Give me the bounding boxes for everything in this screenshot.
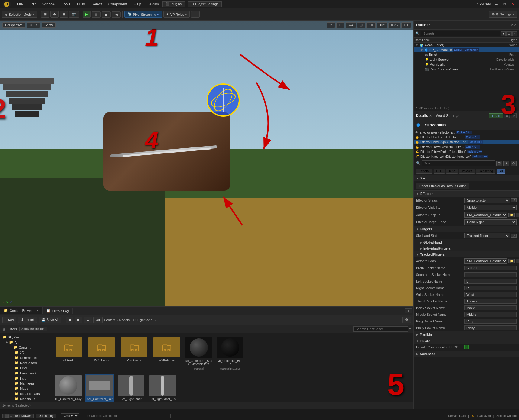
outliner-row-light-source[interactable]: 💡 Light Source DirectionalLight <box>414 57 519 62</box>
det-grid-view-button[interactable]: ⊞ <box>496 161 502 166</box>
transform-button[interactable]: ✥ <box>50 11 59 18</box>
outliner-settings-button[interactable]: ⚙ <box>510 23 513 27</box>
framework-tree-item[interactable]: 📁Framework <box>13 370 50 376</box>
hand-state-reset-button[interactable]: ↺ <box>511 234 517 238</box>
menu-build[interactable]: Build <box>74 2 88 7</box>
cb-nav-back-button[interactable]: ◀ <box>66 317 73 323</box>
effector-elbow-right-row[interactable]: 💪 Effector Elbow Right (Effe... Right) E… <box>414 149 519 154</box>
effector-visibility-select[interactable]: Visible <box>464 205 517 210</box>
menu-tools[interactable]: Tools <box>59 2 73 7</box>
misc-button[interactable]: ⋯ <box>191 11 200 18</box>
rotate-tool-btn[interactable]: ↻ <box>336 22 344 28</box>
skyreal-tree-item[interactable]: 📁 SkyReal <box>1 334 50 340</box>
actor-snap-go-button[interactable]: ➜ <box>516 213 519 217</box>
edit-eyes-button[interactable]: Edit in C++ <box>456 131 472 134</box>
console-input[interactable] <box>80 414 171 418</box>
cb-nav-forward-button[interactable]: ▶ <box>75 317 82 323</box>
effector-hand-left-row[interactable]: ✋ Effector Hand Left (Effector Ha... Edi… <box>414 135 519 140</box>
thumb-socket-input[interactable] <box>464 299 517 304</box>
pinky-socket-input[interactable] <box>464 325 517 330</box>
filter-physics[interactable]: Physics <box>459 169 475 174</box>
camera-speed-btn[interactable]: □1 <box>401 22 411 28</box>
snap-button[interactable]: ⊟ <box>60 11 68 18</box>
show-redirectors-button[interactable]: Show Redirectors <box>19 327 47 331</box>
layout-button[interactable]: ⊞ <box>41 11 49 18</box>
pixel-streaming-button[interactable]: 📡 Pixel Streaming ▾ <box>124 11 162 18</box>
camera-button[interactable]: 📷 <box>69 11 79 18</box>
content-browser-tab[interactable]: 📁 Content Browser ✕ <box>0 307 43 314</box>
filter-misc[interactable]: Misc <box>446 169 458 174</box>
minimize-button[interactable]: ─ <box>493 2 499 7</box>
output-log-tab[interactable]: 📋 Output Log <box>43 308 73 314</box>
cb-save-all-button[interactable]: 💾 Save All <box>39 317 61 323</box>
effector-elbow-left-row[interactable]: 💪 Effector Elbow Left (Effe... Effe... E… <box>414 144 519 149</box>
viewport[interactable]: 1 4 Perspective ☀ Lit Show ⊕ ↻ ⟺ ⊞ <box>0 21 413 306</box>
outliner-search-input[interactable] <box>421 31 500 36</box>
2d-tree-item[interactable]: 📁2D <box>13 350 50 355</box>
stop-button[interactable]: ⏹ <box>102 11 111 18</box>
cb-add-button[interactable]: + Add <box>2 317 16 323</box>
all-tree-item[interactable]: ▶ 📁 All <box>1 340 50 345</box>
cmd-select[interactable]: Cmd ▾ <box>61 413 79 418</box>
mode-button[interactable]: 🖱 Selection Mode ▾ <box>2 11 37 18</box>
project-settings-button[interactable]: ⚙ Project Settings <box>188 1 222 7</box>
actor-snap-browse-button[interactable]: 📁 <box>508 213 515 217</box>
hlod-section-header[interactable]: ▼ HLOD <box>414 338 519 344</box>
skip-button[interactable]: ⏭ <box>112 11 121 18</box>
sm-lightsaber-asset[interactable]: SM_LightSaber Static Mesh <box>117 374 146 402</box>
cb-all-button[interactable]: All <box>93 317 102 323</box>
outliner-row-pointlight[interactable]: 💡 PointLight PointLight <box>414 62 519 67</box>
tracked-fingers-header[interactable]: ▼ TrackedFingers <box>414 251 519 257</box>
effector-status-select[interactable]: Snap to actor <box>464 198 510 203</box>
reset-effector-button[interactable]: Reset Effector as Default Editor <box>416 183 469 189</box>
left-socket-input[interactable] <box>464 279 517 284</box>
ring-socket-input[interactable] <box>464 319 517 324</box>
details-add-button[interactable]: + Add <box>489 113 503 118</box>
individual-fingers-header[interactable]: ▶ IndividualFingers <box>414 245 519 251</box>
det-star-button[interactable]: ★ <box>503 161 509 166</box>
hlod-checkbox[interactable]: ✓ <box>464 345 469 349</box>
prefix-socket-input[interactable] <box>464 266 517 270</box>
edit-knee-left-button[interactable]: Edit in C++ <box>472 155 488 158</box>
outliner-filter-button[interactable]: ▾ <box>501 31 506 36</box>
menu-help[interactable]: Help <box>131 2 144 7</box>
actor-snap-select[interactable]: SM_Controller_Default <box>464 212 507 218</box>
commands-tree-item[interactable]: 📁Commands <box>13 355 50 360</box>
actor-grab-go-button[interactable]: ➜ <box>516 259 519 263</box>
effector-hand-right-row[interactable]: ✋ Effector Hand Right (Effector ... ht) … <box>414 140 519 144</box>
menu-component[interactable]: Component <box>105 2 130 7</box>
path-content[interactable]: Content <box>104 318 116 322</box>
effector-target-bone-select[interactable]: Hand Right <box>464 219 517 225</box>
edit-elbow-left-button[interactable]: Edit in C++ <box>465 145 481 149</box>
metahumans-tree-item[interactable]: 📁MetaHumans <box>13 391 50 396</box>
menu-select[interactable]: Select <box>89 2 105 7</box>
input-tree-item[interactable]: 📁Input <box>13 376 50 381</box>
outliner-add-button[interactable]: + <box>512 31 517 36</box>
outliner-row-brush[interactable]: ▭ Brush Brush <box>414 52 519 57</box>
scale-snap-btn[interactable]: 0.25 <box>388 22 400 28</box>
vive-avatar-folder[interactable]: 🗂 ViveAvatar <box>119 336 149 371</box>
cb-settings-button[interactable]: ⚙ <box>402 317 411 323</box>
output-log-button[interactable]: Output Log <box>36 414 56 418</box>
filter-all[interactable]: All <box>497 169 505 174</box>
skr-hand-state-select[interactable]: Tracked finger <box>464 233 510 238</box>
play-button[interactable]: ▶ <box>83 11 91 18</box>
cb-close-icon[interactable]: ✕ <box>36 309 39 312</box>
actor-grab-select[interactable]: SM_Controller_Default <box>464 258 507 264</box>
cb-import-button[interactable]: ⬇ Import <box>18 317 37 323</box>
move-tool-btn[interactable]: ⊕ <box>327 22 335 28</box>
cb-search-input[interactable] <box>353 326 408 332</box>
content-tree-item[interactable]: ▼ 📁 Content <box>8 345 50 350</box>
pause-button[interactable]: ⏸ <box>92 11 101 18</box>
sm-lightsaber-thin-asset[interactable]: SM_LightSaber_Thin Static Mesh <box>148 374 177 402</box>
filter-lod[interactable]: LOD <box>434 169 445 174</box>
outliner-row-world[interactable]: ▼ 🌍 Alcas (Editor) World <box>414 43 519 47</box>
details-layout-button[interactable]: ⊞ <box>504 113 510 118</box>
grid-snap-btn[interactable]: ⊞ <box>357 22 365 28</box>
mi-controllers-base-asset[interactable]: MI_Controllers_Base_MaterialStatic Mater… <box>184 336 213 371</box>
perspective-button[interactable]: Perspective <box>2 22 25 28</box>
edit-hand-left-button[interactable]: Edit in C++ <box>465 135 481 139</box>
actor-grab-browse-button[interactable]: 📁 <box>508 259 515 263</box>
outliner-row-bp-skrmanikin[interactable]: ▼ 🔷 BP_SkrManikin Edit BP_SkrManikin <box>414 47 519 52</box>
maximize-button[interactable]: □ <box>502 2 508 7</box>
